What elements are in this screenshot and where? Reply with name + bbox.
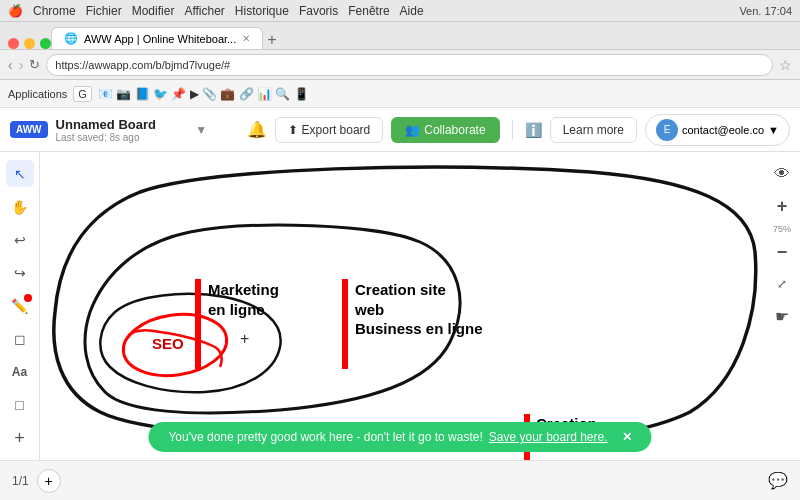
- marketing-label: Marketingen ligne: [208, 280, 279, 319]
- page-indicator: 1/1: [12, 474, 29, 488]
- app-toolbar: AWW Unnamed Board Last saved: 8s ago ▼ 🔔…: [0, 108, 800, 152]
- os-app-name[interactable]: Chrome: [33, 4, 76, 18]
- redo-tool[interactable]: ↪: [6, 259, 34, 286]
- dropdown-arrow[interactable]: ▼: [195, 123, 207, 137]
- os-menu-modifier[interactable]: Modifier: [132, 4, 175, 18]
- left-toolbar: ↖ ✋ ↩ ↪ ✏️ ◻ Aa □ +: [0, 152, 40, 460]
- tab-bar: 🌐 AWW App | Online Whiteboar... ✕ +: [0, 22, 800, 50]
- collaborate-icon: 👥: [405, 123, 420, 137]
- pen-color-indicator: [24, 294, 32, 302]
- os-menu-favoris[interactable]: Favoris: [299, 4, 338, 18]
- undo-tool[interactable]: ↩: [6, 226, 34, 253]
- contact-button[interactable]: E contact@eole.co ▼: [645, 114, 790, 146]
- creation-site-label: Creation sitewebBusiness en ligne: [355, 280, 483, 339]
- hand-cursor-tool[interactable]: ☛: [768, 302, 796, 330]
- bottom-bar: 1/1 + 💬: [0, 460, 800, 500]
- bookmark-g[interactable]: G: [73, 86, 92, 102]
- export-icon: ⬆: [288, 123, 298, 137]
- learn-more-button[interactable]: Learn more: [550, 117, 637, 143]
- os-clock: Ven. 17:04: [739, 5, 792, 17]
- nav-forward[interactable]: ›: [19, 57, 24, 73]
- svg-rect-1: [195, 279, 201, 369]
- bookmark-applications[interactable]: Applications: [8, 88, 67, 100]
- whiteboard-canvas[interactable]: Marketingen ligne Creation sitewebBusine…: [40, 152, 764, 460]
- add-tool[interactable]: +: [6, 425, 34, 452]
- toast-close-button[interactable]: ✕: [622, 430, 632, 444]
- tab-favicon: 🌐: [64, 32, 78, 45]
- hand-tool[interactable]: ✋: [6, 193, 34, 220]
- toast-message: You've done pretty good work here - don'…: [168, 430, 482, 444]
- nav-back[interactable]: ‹: [8, 57, 13, 73]
- chat-icon[interactable]: 💬: [768, 471, 788, 490]
- eye-tool[interactable]: 👁: [768, 160, 796, 188]
- seo-label: SEO: [152, 334, 184, 354]
- os-menu-fenetre[interactable]: Fenêtre: [348, 4, 389, 18]
- export-button[interactable]: ⬆ Export board: [275, 117, 384, 143]
- os-menu-historique[interactable]: Historique: [235, 4, 289, 18]
- tab-close-icon[interactable]: ✕: [242, 33, 250, 44]
- bookmarks-bar: Applications G 📧 📷 📘 🐦 📌 ▶ 📎 💼 🔗 📊 🔍 📱: [0, 80, 800, 108]
- board-name[interactable]: Unnamed Board: [56, 117, 156, 132]
- shape-tool[interactable]: □: [6, 392, 34, 419]
- bookmark-star[interactable]: ☆: [779, 57, 792, 73]
- eraser-tool[interactable]: ◻: [6, 326, 34, 353]
- learn-more-label: Learn more: [563, 123, 624, 137]
- select-tool[interactable]: ↖: [6, 160, 34, 187]
- plus-cursor: +: [240, 330, 249, 348]
- bookmark-icons: 📧 📷 📘 🐦 📌 ▶ 📎 💼 🔗 📊 🔍 📱: [98, 87, 309, 101]
- collaborate-button[interactable]: 👥 Collaborate: [391, 117, 499, 143]
- os-menu-fichier[interactable]: Fichier: [86, 4, 122, 18]
- contact-dropdown-icon[interactable]: ▼: [768, 124, 779, 136]
- close-button[interactable]: [8, 38, 19, 49]
- board-saved: Last saved: 8s ago: [56, 132, 156, 143]
- browser-address-bar: ‹ › ↻ ☆: [0, 50, 800, 80]
- zoom-label: 75%: [773, 224, 791, 234]
- new-tab-button[interactable]: +: [267, 31, 276, 49]
- right-toolbar: 👁 + 75% − ⤢ ☛: [764, 152, 800, 338]
- toast-notification: You've done pretty good work here - don'…: [148, 422, 651, 452]
- add-page-button[interactable]: +: [37, 469, 61, 493]
- zoom-out-tool[interactable]: −: [768, 238, 796, 266]
- info-icon: ℹ️: [525, 122, 542, 138]
- export-label: Export board: [302, 123, 371, 137]
- contact-label: contact@eole.co: [682, 124, 764, 136]
- os-menu-afficher[interactable]: Afficher: [184, 4, 224, 18]
- pen-tool[interactable]: ✏️: [6, 292, 34, 319]
- board-title-area: Unnamed Board Last saved: 8s ago: [56, 117, 156, 143]
- maximize-button[interactable]: [40, 38, 51, 49]
- user-avatar: E: [656, 119, 678, 141]
- app-logo: AWW: [10, 121, 48, 138]
- active-tab[interactable]: 🌐 AWW App | Online Whiteboar... ✕: [51, 27, 263, 49]
- minimize-button[interactable]: [24, 38, 35, 49]
- zoom-in-tool[interactable]: +: [768, 192, 796, 220]
- fit-screen-tool[interactable]: ⤢: [768, 270, 796, 298]
- os-menu-aide[interactable]: Aide: [400, 4, 424, 18]
- apple-icon: 🍎: [8, 4, 23, 18]
- text-tool[interactable]: Aa: [6, 359, 34, 386]
- collaborate-label: Collaborate: [424, 123, 485, 137]
- tab-title: AWW App | Online Whiteboar...: [84, 33, 236, 45]
- os-menu-bar: 🍎 Chrome Fichier Modifier Afficher Histo…: [0, 0, 800, 22]
- svg-rect-2: [342, 279, 348, 369]
- toast-link[interactable]: Save your board here.: [489, 430, 608, 444]
- url-input[interactable]: [46, 54, 773, 76]
- bell-icon[interactable]: 🔔: [247, 120, 267, 139]
- nav-refresh[interactable]: ↻: [29, 57, 40, 72]
